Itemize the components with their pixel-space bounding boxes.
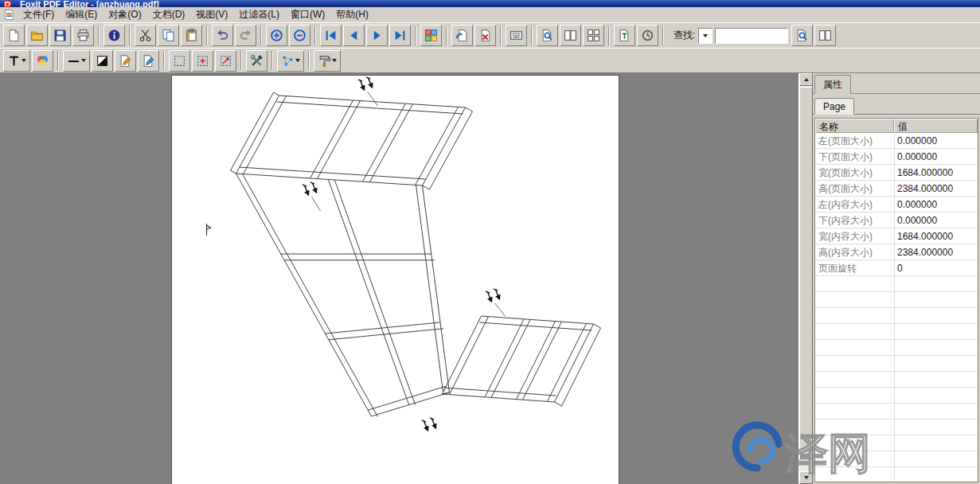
page-magnifier-icon (541, 29, 554, 42)
paste-button[interactable] (181, 25, 202, 46)
select-object-button[interactable] (169, 50, 190, 72)
marquee-icon (173, 54, 186, 68)
property-row: 左(内容大小) 0.000000 (815, 197, 978, 213)
scroll-up-button[interactable] (799, 73, 813, 86)
scrollbar-thumb[interactable] (799, 87, 813, 459)
property-value[interactable]: 2384.000000 (894, 247, 978, 258)
color-picker-button[interactable] (32, 50, 53, 72)
property-row: 高(页面大小) 2384.000000 (815, 181, 978, 197)
menu-window[interactable]: 窗口(W) (285, 6, 330, 24)
separator (662, 26, 664, 45)
arrow-up-icon (804, 78, 809, 81)
history-button[interactable] (637, 25, 658, 46)
find-label: 查找: (674, 29, 695, 42)
find-history-dropdown[interactable] (698, 28, 713, 44)
four-page-view-button[interactable] (583, 25, 604, 46)
tab-page[interactable]: Page (814, 98, 854, 115)
new-button[interactable] (3, 25, 25, 46)
property-value[interactable]: 0.000000 (894, 199, 978, 210)
text-tool-button[interactable] (3, 50, 30, 72)
property-value[interactable]: 1684.000000 (894, 167, 978, 178)
delete-page-icon (478, 29, 492, 42)
rotate-icon (219, 54, 232, 68)
menu-edit[interactable]: 编辑(E) (60, 6, 103, 24)
two-page-icon (564, 29, 577, 42)
about-button[interactable] (103, 25, 125, 46)
separator (608, 26, 610, 45)
tools-toolbar (0, 48, 980, 73)
menu-document[interactable]: 文档(D) (147, 6, 191, 24)
next-page-button[interactable] (366, 25, 388, 46)
property-grid: 名称 值 左(页面大小) 0.000000 下(页面大小) 0.000000 宽… (814, 118, 978, 482)
menu-file[interactable]: 文件(F) (18, 6, 60, 24)
menu-object[interactable]: 对象(O) (103, 6, 146, 24)
grid-icon (510, 29, 523, 42)
edit-form-button[interactable] (138, 50, 159, 72)
clipboard-icon (185, 29, 198, 42)
vertical-scrollbar[interactable] (798, 73, 812, 484)
property-row: 左(页面大小) 0.000000 (815, 133, 978, 149)
find-page-button[interactable] (791, 25, 813, 46)
transform-object-button[interactable] (192, 50, 213, 72)
fit-page-button[interactable] (537, 25, 558, 46)
last-page-button[interactable] (389, 25, 411, 46)
rotate-object-button[interactable] (215, 50, 236, 72)
panel-tab-strip: Page (813, 97, 980, 115)
copy-button[interactable] (158, 25, 179, 46)
print-button[interactable] (72, 25, 94, 46)
menu-help[interactable]: 帮助(H) (330, 6, 374, 24)
two-page-view-button[interactable] (560, 25, 581, 46)
column-header-value[interactable]: 值 (894, 119, 978, 133)
open-button[interactable] (26, 25, 48, 46)
path-nodes-button[interactable] (277, 50, 304, 72)
cut-button[interactable] (135, 25, 156, 46)
scroll-down-button[interactable] (799, 471, 813, 484)
edit-object-button[interactable] (115, 50, 136, 72)
save-icon (53, 29, 67, 42)
transform-icon (196, 54, 209, 68)
menu-view[interactable]: 视图(V) (190, 6, 233, 24)
delete-page-button[interactable] (474, 25, 496, 46)
zoom-out-button[interactable] (289, 25, 310, 46)
document-canvas[interactable] (0, 73, 798, 484)
separator (446, 26, 447, 45)
pdf-page[interactable] (172, 76, 619, 484)
property-value[interactable]: 0.000000 (894, 215, 978, 226)
find-layout-button[interactable] (814, 25, 836, 46)
property-value[interactable]: 0 (894, 263, 978, 274)
import-page-button[interactable] (451, 25, 473, 46)
fill-tool-button[interactable] (92, 50, 113, 72)
column-header-name[interactable]: 名称 (815, 119, 894, 133)
separator (500, 26, 502, 45)
prev-page-button[interactable] (343, 25, 365, 46)
save-button[interactable] (49, 25, 71, 46)
extract-text-button[interactable] (614, 25, 635, 46)
undo-icon (216, 29, 229, 42)
page-thumbnails-button[interactable] (420, 25, 442, 46)
tab-properties[interactable]: 属性 (814, 75, 851, 94)
undo-button[interactable] (212, 25, 233, 46)
snapshot-grid-button[interactable] (506, 25, 527, 46)
property-value[interactable]: 0.000000 (894, 135, 978, 146)
format-paint-button[interactable] (314, 50, 341, 72)
property-value[interactable]: 1684.000000 (894, 231, 978, 242)
first-page-button[interactable] (320, 25, 342, 46)
property-value[interactable]: 2384.000000 (894, 183, 978, 194)
options-button[interactable] (246, 50, 267, 72)
zoom-in-icon (270, 29, 283, 42)
redo-button[interactable] (235, 25, 256, 46)
find-input[interactable] (715, 28, 788, 44)
grid-header: 名称 值 (815, 119, 978, 133)
property-name: 宽(内容大小) (815, 230, 894, 244)
zoom-in-button[interactable] (266, 25, 287, 46)
menu-filter[interactable]: 过滤器(L) (233, 6, 285, 24)
property-name: 左(页面大小) (815, 135, 894, 148)
separator (163, 51, 165, 70)
line-tool-button[interactable] (63, 50, 90, 72)
property-row: 下(内容大小) 0.000000 (815, 213, 978, 228)
property-row: 宽(内容大小) 1684.000000 (815, 228, 978, 244)
property-row: 下(页面大小) 0.000000 (815, 149, 978, 165)
separator (531, 26, 533, 45)
property-value[interactable]: 0.000000 (894, 151, 978, 162)
chevron-down-icon (295, 59, 300, 62)
